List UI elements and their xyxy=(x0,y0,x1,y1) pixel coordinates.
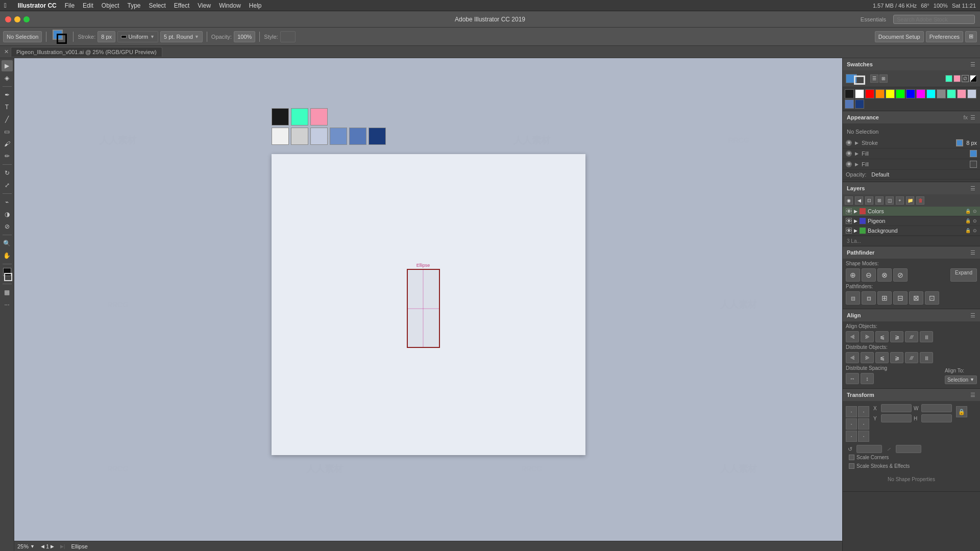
ref-br[interactable]: · xyxy=(858,431,869,442)
appearance-header[interactable]: Appearance fx ☰ xyxy=(843,111,980,123)
swatch-dkblue[interactable] xyxy=(369,128,386,145)
panel-swatch-yellow[interactable] xyxy=(886,89,895,98)
align-header[interactable]: Align ☰ xyxy=(843,309,980,321)
menu-view[interactable]: View xyxy=(193,0,215,11)
appearance-menu-icon[interactable]: ☰ xyxy=(970,114,976,121)
zoom-control[interactable]: 25% ▼ xyxy=(17,543,35,549)
locate-object-btn[interactable]: ◉ xyxy=(845,196,853,205)
document-setup-button[interactable]: Document Setup xyxy=(875,31,924,42)
align-to-select[interactable]: Selection ▼ xyxy=(945,375,977,384)
brush-tool[interactable]: 🖌 xyxy=(2,138,13,149)
panel-swatch-magenta[interactable] xyxy=(916,89,925,98)
transform-header[interactable]: Transform ☰ xyxy=(843,389,980,401)
panel-swatch-mint[interactable] xyxy=(947,89,956,98)
stroke-color-indicator[interactable] xyxy=(956,139,963,146)
menu-illustrator[interactable]: Illustrator CC xyxy=(14,0,61,11)
select-tool[interactable]: ▶ xyxy=(2,60,13,71)
dist-right-btn[interactable]: ⫹ xyxy=(875,352,889,363)
swatch-white[interactable] xyxy=(272,128,289,145)
opacity-field[interactable]: 100% xyxy=(234,31,255,42)
stroke-value-field[interactable]: 8 px xyxy=(97,31,115,42)
stroke-expand[interactable]: ▶ xyxy=(855,140,859,145)
menu-window[interactable]: Window xyxy=(215,0,245,11)
arrange-button[interactable]: ⊞ xyxy=(965,31,977,42)
appearance-fx-icon[interactable]: fx xyxy=(963,114,968,121)
menu-effect[interactable]: Effect xyxy=(170,0,193,11)
page-prev[interactable]: ◀ xyxy=(41,544,44,549)
background-lock[interactable]: 🔒 xyxy=(965,228,971,233)
stroke-type-dropdown[interactable]: Uniform ▼ xyxy=(117,31,158,42)
layer-background[interactable]: 👁 ▶ Background 🔒 ⊙ xyxy=(843,226,980,236)
fill-stroke-indicator[interactable] xyxy=(53,30,67,44)
minimize-button[interactable] xyxy=(14,16,20,22)
stock-search-input[interactable] xyxy=(893,15,975,24)
artboard[interactable]: Ellipse xyxy=(272,154,585,455)
menu-object[interactable]: Object xyxy=(97,0,124,11)
ref-mr[interactable]: · xyxy=(858,418,869,430)
list-view-btn[interactable]: ☰ xyxy=(870,74,878,83)
panel-swatch-gray[interactable] xyxy=(937,89,946,98)
menu-edit[interactable]: Edit xyxy=(79,0,97,11)
swatch-blue2[interactable] xyxy=(349,128,366,145)
pathfinder-menu-icon[interactable]: ☰ xyxy=(970,249,976,257)
gradient-tool[interactable]: ◑ xyxy=(2,209,13,220)
ref-bl[interactable]: · xyxy=(846,431,857,442)
colors-visibility[interactable]: 👁 xyxy=(846,208,852,214)
more-tools[interactable]: ··· xyxy=(2,299,13,310)
fill1-visibility[interactable]: 👁 xyxy=(846,151,852,157)
h-input[interactable] xyxy=(921,414,952,422)
dist-left-btn[interactable]: ⫷ xyxy=(846,352,859,363)
swatch-mini-green[interactable] xyxy=(945,75,952,82)
rect-tool[interactable]: ▭ xyxy=(2,126,13,137)
preferences-button[interactable]: Preferences xyxy=(926,31,963,42)
panel-swatch-red[interactable] xyxy=(865,89,874,98)
stroke-tool-box[interactable] xyxy=(4,273,12,281)
menu-file[interactable]: File xyxy=(61,0,79,11)
minus-back-btn[interactable]: ⊡ xyxy=(925,291,939,305)
fill2-expand[interactable]: ▶ xyxy=(855,162,859,167)
layer-pigeon[interactable]: 👁 ▶ Pigeon 🔒 ⊙ xyxy=(843,216,980,226)
fill1-expand[interactable]: ▶ xyxy=(855,151,859,156)
swatch-mint[interactable] xyxy=(291,108,308,126)
zoom-tool[interactable]: 🔍 xyxy=(2,238,13,249)
shear-input[interactable] xyxy=(896,445,921,453)
ref-tr[interactable]: · xyxy=(858,406,869,417)
panel-swatch-pink[interactable] xyxy=(957,89,966,98)
ref-tl[interactable]: · xyxy=(846,406,857,417)
swatch-black[interactable] xyxy=(272,108,289,126)
panel-swatch-medblue[interactable] xyxy=(845,99,854,109)
align-bottom-btn[interactable]: ⫼ xyxy=(920,331,933,342)
swatch-pink[interactable] xyxy=(310,108,328,126)
page-control[interactable]: ◀ 1 ▶ xyxy=(41,543,54,549)
layers-header[interactable]: Layers ☰ xyxy=(843,182,980,194)
scale-strokes-check[interactable] xyxy=(849,463,854,469)
scale-tool[interactable]: ⤢ xyxy=(2,180,13,191)
dist-top-btn[interactable]: ⫺ xyxy=(890,352,903,363)
panel-swatch-blue[interactable] xyxy=(906,89,915,98)
grid-view-btn[interactable]: ⊞ xyxy=(879,74,888,83)
pigeon-expand-icon[interactable]: ▶ xyxy=(854,218,857,223)
art-board-tool[interactable]: ▦ xyxy=(2,287,13,298)
blend-tool[interactable]: ⌁ xyxy=(2,196,13,208)
layer-paste-btn[interactable]: ⊞ xyxy=(875,196,884,205)
dist-bottom-btn[interactable]: ⫼ xyxy=(920,352,933,363)
align-vcenter-btn[interactable]: ⫻ xyxy=(905,331,918,342)
panel-swatch-orange[interactable] xyxy=(875,89,885,98)
layer-colors[interactable]: 👁 ▶ Colors 🔒 ⊙ xyxy=(843,207,980,216)
eyedropper-tool[interactable]: ⊘ xyxy=(2,221,13,232)
hand-tool[interactable]: ✋ xyxy=(2,250,13,261)
swatches-menu-icon[interactable]: ☰ xyxy=(970,61,976,68)
expand-btn[interactable]: Expand xyxy=(950,268,977,282)
background-visibility[interactable]: 👁 xyxy=(846,228,852,234)
menu-type[interactable]: Type xyxy=(123,0,144,11)
swatches-panel-header[interactable]: Swatches ☰ xyxy=(843,58,980,70)
panel-swatch-cyan[interactable] xyxy=(926,89,936,98)
w-input[interactable] xyxy=(921,404,952,412)
align-right-btn[interactable]: ⫹ xyxy=(875,331,889,342)
divide-btn[interactable]: ⧇ xyxy=(846,291,860,305)
pen-tool[interactable]: ✒ xyxy=(2,89,13,101)
fill2-visibility[interactable]: 👁 xyxy=(846,161,852,167)
rotate-tool[interactable]: ↻ xyxy=(2,167,13,179)
dist-h-spacing-btn[interactable]: ↔ xyxy=(846,373,859,384)
fill1-color-indicator[interactable] xyxy=(970,150,977,157)
